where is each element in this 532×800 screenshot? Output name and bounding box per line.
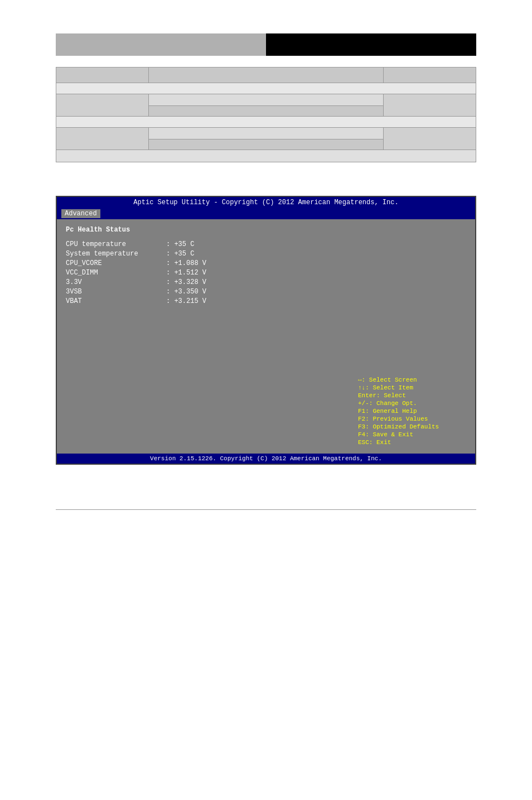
bios-title-text: Aptic Setup Utility - Copyright (C) 2012… <box>133 199 398 206</box>
bios-value-vccdimm: : +1.512 V <box>166 269 206 277</box>
bios-body: Pc Health Status CPU temperature : +35 C… <box>57 219 475 454</box>
bios-tab-advanced[interactable]: Advanced <box>61 209 100 218</box>
table-row <box>56 128 476 139</box>
bios-value-vbat: : +3.215 V <box>166 297 206 305</box>
bios-label-vcore: CPU_VCORE <box>66 259 166 267</box>
bios-help-f2: F2: Previous Values <box>358 416 470 422</box>
bios-row-3vsb: 3VSB : +3.350 V <box>66 288 344 296</box>
col-header-2 <box>148 68 384 83</box>
bios-help-select-item: ↑↓: Select Item <box>358 384 470 391</box>
bottom-divider <box>56 509 476 510</box>
top-section <box>0 0 532 185</box>
bios-value-cpu-temp: : +35 C <box>166 240 194 248</box>
bios-label-vccdimm: VCC_DIMM <box>66 269 166 277</box>
bios-title-bar: Aptic Setup Utility - Copyright (C) 2012… <box>57 197 475 208</box>
col-header-1 <box>56 68 149 83</box>
table-row <box>56 117 476 128</box>
bios-label-sys-temp: System temperature <box>66 250 166 258</box>
bios-label-33v: 3.3V <box>66 278 166 286</box>
bios-value-vcore: : +1.088 V <box>166 259 206 267</box>
bios-screen: Aptic Setup Utility - Copyright (C) 2012… <box>56 196 476 465</box>
table-row <box>56 94 476 106</box>
bios-row-33v: 3.3V : +3.328 V <box>66 278 344 286</box>
bios-sidebar: ↔: Select Screen ↑↓: Select Item Enter: … <box>352 219 475 454</box>
bios-help-f3: F3: Optimized Defaults <box>358 423 470 430</box>
bios-tab-bar: Advanced <box>57 208 475 219</box>
bios-help-enter-select: Enter: Select <box>358 392 470 399</box>
bios-help-change-opt: +/-: Change Opt. <box>358 400 470 407</box>
bios-row-sys-temp: System temperature : +35 C <box>66 250 344 258</box>
bios-help-esc: ESC: Exit <box>358 439 470 446</box>
header-bar <box>56 33 476 56</box>
bios-value-3vsb: : +3.350 V <box>166 288 206 296</box>
bios-help-f4: F4: Save & Exit <box>358 431 470 438</box>
bios-section: Aptic Setup Utility - Copyright (C) 2012… <box>0 185 532 487</box>
bios-row-vcore: CPU_VCORE : +1.088 V <box>66 259 344 267</box>
bios-main: Pc Health Status CPU temperature : +35 C… <box>57 219 352 454</box>
col-header-3 <box>384 68 476 83</box>
bios-row-cpu-temp: CPU temperature : +35 C <box>66 240 344 248</box>
bios-label-cpu-temp: CPU temperature <box>66 240 166 248</box>
diagram-table <box>56 67 476 162</box>
header-bar-right <box>266 33 476 56</box>
bios-row-vbat: VBAT : +3.215 V <box>66 297 344 305</box>
bios-value-sys-temp: : +35 C <box>166 250 194 258</box>
bios-readings: CPU temperature : +35 C System temperatu… <box>66 240 344 305</box>
bios-section-title: Pc Health Status <box>66 226 344 234</box>
bios-label-3vsb: 3VSB <box>66 288 166 296</box>
bios-footer: Version 2.15.1226. Copyright (C) 2012 Am… <box>57 454 475 464</box>
table-row <box>56 83 476 94</box>
header-bar-left <box>56 33 266 56</box>
bios-row-vccdimm: VCC_DIMM : +1.512 V <box>66 269 344 277</box>
bios-footer-text: Version 2.15.1226. Copyright (C) 2012 Am… <box>150 455 382 462</box>
table-row <box>56 150 476 162</box>
bios-label-vbat: VBAT <box>66 297 166 305</box>
bios-help-select-screen: ↔: Select Screen <box>358 377 470 383</box>
bios-help-f1: F1: General Help <box>358 408 470 415</box>
bios-value-33v: : +3.328 V <box>166 278 206 286</box>
